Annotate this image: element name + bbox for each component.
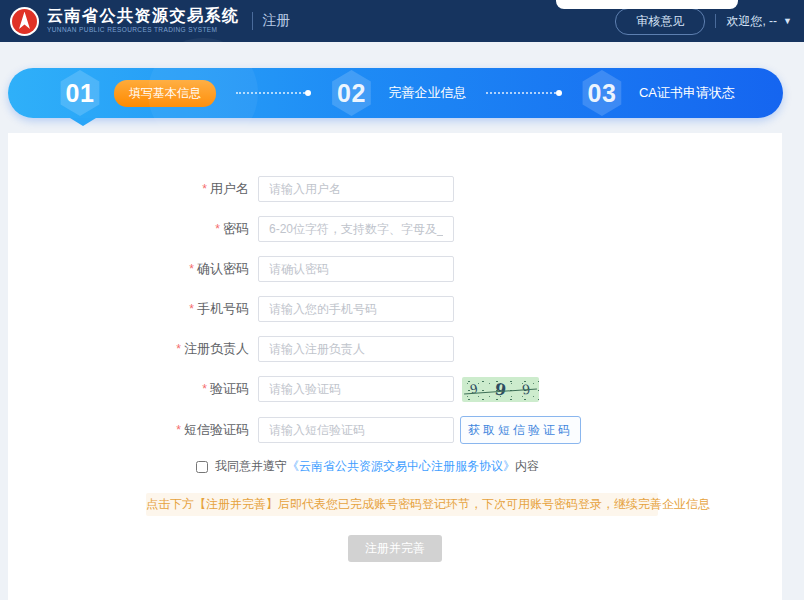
required-marker: *: [202, 182, 207, 196]
step-3-hexagon: 03: [580, 70, 624, 116]
form-row-captcha: *验证码 9 9 9: [8, 376, 782, 402]
required-marker: *: [202, 382, 207, 396]
confirm-password-input[interactable]: [258, 256, 454, 282]
register-submit-button[interactable]: 注册并完善: [348, 535, 442, 562]
header-divider: [715, 14, 716, 28]
app-subtitle: YUNNAN PUBLIC RESOURCES TRADING SYSTEM: [47, 27, 240, 34]
phone-label: 手机号码: [197, 301, 249, 316]
step-3-label: CA证书申请状态: [639, 84, 735, 102]
registration-stepper: 01 填写基本信息 02 完善企业信息 03 CA证书申请状态: [8, 68, 783, 118]
app-logo-icon: [10, 7, 39, 36]
required-marker: *: [189, 262, 194, 276]
captcha-label: 验证码: [210, 381, 249, 396]
service-agreement-link[interactable]: 《云南省公共资源交易中心注册服务协议》: [287, 458, 515, 475]
registration-form-panel: *用户名 *密码 *确认密码 *手机号码 *注册负责人 *验证码 9 9 9 *…: [8, 133, 782, 600]
registrant-label: 注册负责人: [184, 341, 249, 356]
step-connector: [236, 92, 309, 94]
step-2-label: 完善企业信息: [388, 84, 466, 102]
required-marker: *: [176, 423, 181, 437]
required-marker: *: [189, 302, 194, 316]
welcome-user-text: 欢迎您, --: [726, 13, 777, 30]
required-marker: *: [176, 342, 181, 356]
step-3-number: 03: [588, 79, 617, 108]
agreement-row: 我同意并遵守 《云南省公共资源交易中心注册服务协议》 内容: [8, 458, 782, 475]
sms-code-label: 短信验证码: [184, 422, 249, 437]
password-input[interactable]: [258, 216, 454, 242]
form-row-phone: *手机号码: [8, 296, 782, 322]
password-label: 密码: [223, 221, 249, 236]
app-header: 云南省公共资源交易系统 YUNNAN PUBLIC RESOURCES TRAD…: [0, 0, 804, 42]
username-label: 用户名: [210, 181, 249, 196]
step-connector: [486, 92, 559, 94]
form-row-registrant: *注册负责人: [8, 336, 782, 362]
captcha-digit: 9: [522, 381, 532, 397]
form-row-confirm-password: *确认密码: [8, 256, 782, 282]
form-row-username: *用户名: [8, 176, 782, 202]
confirm-password-label: 确认密码: [197, 261, 249, 276]
sms-code-input[interactable]: [258, 417, 454, 443]
form-row-sms-code: *短信验证码 获取短信验证码: [8, 416, 782, 444]
registrant-input[interactable]: [258, 336, 454, 362]
page-section-label: 注册: [263, 12, 291, 30]
agreement-checkbox[interactable]: [196, 461, 208, 473]
agreement-text-prefix: 我同意并遵守: [215, 458, 287, 475]
phone-input[interactable]: [258, 296, 454, 322]
active-step-pointer: [70, 118, 96, 126]
step-1-number: 01: [66, 79, 95, 108]
registration-notice-banner: 点击下方【注册并完善】后即代表您已完成账号密码登记环节，下次可用账号密码登录，继…: [146, 493, 658, 516]
form-row-password: *密码: [8, 216, 782, 242]
captcha-image[interactable]: 9 9 9: [462, 377, 539, 402]
required-marker: *: [215, 222, 220, 236]
top-overlay-box: [556, 0, 738, 9]
step-1-hexagon: 01: [58, 70, 102, 116]
get-sms-code-button[interactable]: 获取短信验证码: [460, 416, 581, 444]
captcha-input[interactable]: [258, 376, 454, 402]
step-1-label-badge: 填写基本信息: [114, 80, 216, 107]
username-input[interactable]: [258, 176, 454, 202]
step-2-hexagon: 02: [329, 70, 373, 116]
header-divider: [252, 12, 253, 30]
chevron-down-icon[interactable]: ▼: [783, 16, 792, 26]
captcha-digit: 9: [493, 379, 507, 399]
captcha-digit: 9: [469, 381, 479, 396]
app-title: 云南省公共资源交易系统: [47, 8, 240, 25]
review-opinion-button[interactable]: 审核意见: [615, 8, 705, 35]
step-2-number: 02: [337, 79, 366, 108]
agreement-text-suffix: 内容: [515, 458, 539, 475]
